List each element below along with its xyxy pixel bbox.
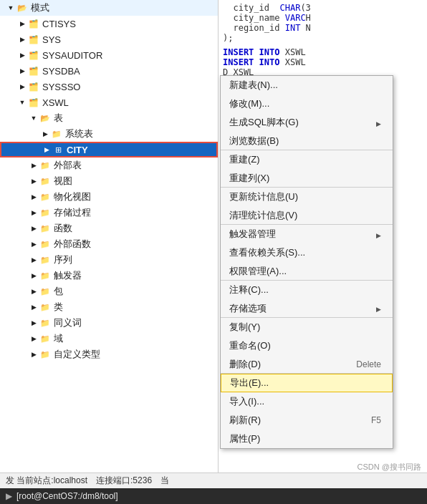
tree-item-sysauditor[interactable]: 🗂️ SYSAUDITOR [0,47,218,63]
tree-label-biao: 表 [54,112,63,125]
tree-label-sys: SYS [42,34,61,45]
tree-label-yu: 域 [54,332,63,345]
ctx-refresh-label: 刷新(R) [229,414,261,427]
tree-item-ctisys[interactable]: 🗂️ CTISYS [0,16,218,32]
arrow-yu [29,334,39,344]
tree-label-wuhuashitu: 物化视图 [54,190,91,203]
status-label3: 当 [160,475,169,487]
watermark: CSDN @搜书同路 [358,462,421,472]
ctx-new-table[interactable]: 新建表(N)... [221,76,393,94]
ctx-refresh[interactable]: 刷新(R) F5 [221,411,393,430]
ctx-perms-label: 权限管理(A)... [229,265,287,278]
tree-item-lei[interactable]: 📁 类 [0,299,218,315]
ctx-refresh-shortcut: F5 [371,415,381,425]
tree-item-wuhuashitu[interactable]: 📁 物化视图 [0,189,218,205]
tree-item-waibu-hanshu[interactable]: 📁 外部函数 [0,236,218,252]
terminal-bar: ▶ [root@CentOS7:/dm8/tool] [0,488,427,504]
arrow-tongyici [29,318,39,328]
ctx-gen-sql[interactable]: 生成SQL脚本(G) [221,113,393,132]
folder-icon-waibu-hanshu: 📁 [39,239,52,249]
watermark-text: CSDN @搜书同路 [358,462,421,471]
folder-icon-tongyici: 📁 [39,318,52,328]
ctx-gen-sql-arrow [376,117,381,128]
ctx-import[interactable]: 导入(I)... [221,392,393,411]
folder-icon-cunchuguo: 📁 [39,208,52,218]
table-icon-city: ⊞ [52,145,64,155]
ctx-update-stats-label: 更新统计信息(U) [229,190,298,203]
arrow-shitu [29,176,39,186]
tree-label-xswl: XSWL [42,97,69,108]
ctx-props[interactable]: 属性(P) [221,430,393,448]
ctx-trigger-mgmt-label: 触发器管理 [229,228,276,241]
status-label1: 发 当前站点:localhost [6,475,87,487]
ctx-storage[interactable]: 存储选项 [221,299,393,318]
arrow-waibu-hanshu [29,239,39,249]
folder-open-icon-biao: 📂 [39,113,52,123]
tree-item-sys[interactable]: 🗂️ SYS [0,32,218,47]
ctx-storage-arrow [376,303,381,314]
ctx-update-stats[interactable]: 更新统计信息(U) [221,188,393,206]
arrow-xswl [17,97,27,107]
folder-icon-wuhuashitu: 📁 [39,192,52,202]
tree-item-chufaqi[interactable]: 📁 触发器 [0,268,218,284]
tree-item-xitongbiao[interactable]: 📁 系统表 [0,126,218,142]
ctx-clear-stats[interactable]: 清理统计信息(V) [221,206,393,225]
ctx-perms[interactable]: 权限管理(A)... [221,262,393,281]
ctx-new-table-label: 新建表(N)... [229,79,278,92]
ctx-modify[interactable]: 修改(M)... [221,94,393,113]
tree-item-tongyici[interactable]: 📁 同义词 [0,315,218,331]
folder-icon-bao: 📁 [39,286,52,296]
tree-label-xitongbiao: 系统表 [65,127,93,140]
ctx-delete[interactable]: 删除(D) Delete [221,355,393,374]
status-label2: 连接端口:5236 [96,475,152,487]
code-line-5: INSERT INTO XSWL [223,47,423,57]
tree-label-sysauditor: SYSAUDITOR [42,50,102,61]
arrow-xitongbiao [40,129,50,139]
ctx-rebuild-x-label: 重建列(X) [229,172,269,185]
ctx-comment[interactable]: 注释(C)... [221,281,393,299]
folder-icon-xulie: 📁 [39,255,52,265]
arrow-sys [17,34,27,44]
ctx-clear-stats-label: 清理统计信息(V) [229,209,297,222]
ctx-rebuild-x[interactable]: 重建列(X) [221,169,393,188]
ctx-trigger-mgmt[interactable]: 触发器管理 [221,225,393,243]
ctx-deps[interactable]: 查看依赖关系(S)... [221,243,393,262]
tree-item-biao[interactable]: 📂 表 [0,110,218,126]
ctx-rebuild[interactable]: 重建(Z) [221,150,393,169]
tree-item-sysdba[interactable]: 🗂️ SYSDBA [0,63,218,79]
ctx-export[interactable]: 导出(E)... [221,374,393,392]
ctx-delete-label: 删除(D) [229,358,261,371]
ctx-copy[interactable]: 复制(Y) [221,318,393,336]
terminal-icon: ▶ [6,491,12,501]
table-group-icon-syssso: 🗂️ [27,82,40,92]
tree-item-hanshu[interactable]: 📁 函数 [0,220,218,236]
ctx-browse[interactable]: 浏览数据(B) [221,132,393,150]
tree-item-yu[interactable]: 📁 域 [0,331,218,346]
folder-icon-chufaqi: 📁 [39,271,52,281]
tree-label-shitu: 视图 [54,175,72,188]
arrow-zidingyi [29,349,39,359]
code-line-2: city_name VARCH [223,13,423,23]
tree-label-xulie: 序列 [54,253,72,266]
ctx-deps-label: 查看依赖关系(S)... [229,246,305,259]
tree-item-xswl[interactable]: 🗂️ XSWL [0,94,218,110]
arrow-chufaqi [29,271,39,281]
terminal-text: [root@CentOS7:/dm8/tool] [16,491,118,501]
tree-item-bao[interactable]: 📁 包 [0,284,218,299]
tree-label-waibu: 外部表 [54,159,82,172]
ctx-rebuild-label: 重建(Z) [229,153,260,166]
tree-item-zidingyi[interactable]: 📁 自定义类型 [0,346,218,362]
tree-item-cunchuguo[interactable]: 📁 存储过程 [0,205,218,220]
tree-item-moshi[interactable]: 📂 模式 [0,0,218,16]
tree-item-waibu[interactable]: 📁 外部表 [0,158,218,173]
tree-item-city[interactable]: ⊞ CITY [0,142,218,158]
tree-item-xulie[interactable]: 📁 序列 [0,252,218,268]
arrow-sysdba [17,66,27,76]
tree-item-syssso[interactable]: 🗂️ SYSSSO [0,79,218,94]
folder-icon-lei: 📁 [39,302,52,312]
status-bar: 发 当前站点:localhost 连接端口:5236 当 [0,472,427,488]
ctx-browse-label: 浏览数据(B) [229,135,279,147]
tree-item-shitu[interactable]: 📁 视图 [0,173,218,189]
ctx-copy-label: 复制(Y) [229,321,260,334]
ctx-rename[interactable]: 重命名(O) [221,336,393,355]
